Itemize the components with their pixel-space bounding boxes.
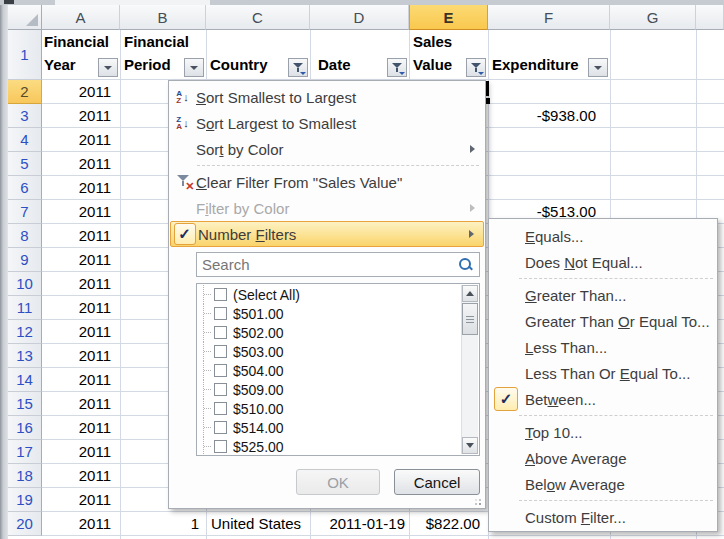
filter-button-financial-period[interactable] [184,58,204,77]
row-header[interactable]: 2 [8,80,42,104]
value-checkbox[interactable] [214,288,227,301]
row-header[interactable]: 13 [8,344,42,368]
filter-button-sales-value-active[interactable] [466,58,486,77]
scroll-down-button[interactable] [462,437,478,454]
cell-year[interactable]: 2011 [42,176,120,200]
column-header-F[interactable]: F [488,5,610,30]
cancel-button[interactable]: Cancel [394,469,480,495]
cell-year[interactable]: 2011 [42,296,120,320]
row-header[interactable]: 4 [8,128,42,152]
submenu-item-top-10[interactable]: Top 10... [489,419,717,445]
cell-year[interactable]: 2011 [42,128,120,152]
column-header-C[interactable]: C [206,5,310,30]
column-header-B[interactable]: B [120,5,206,30]
submenu-item-less-than[interactable]: Less Than... [489,334,717,360]
cell-year[interactable]: 2011 [42,368,120,392]
cell-year[interactable]: 2011 [42,200,120,224]
row-header[interactable]: 19 [8,488,42,512]
scroll-up-button[interactable] [462,285,478,302]
cell-year[interactable]: 2011 [42,464,120,488]
scrollbar-thumb[interactable] [462,303,478,335]
cell-year[interactable]: 2011 [42,512,120,536]
search-input[interactable] [197,256,458,273]
menu-item-clear-filter[interactable]: ✕ Clear Filter From "Sales Value" [169,169,485,195]
submenu-item-greater-than-or-equal[interactable]: Greater Than Or Equal To... [489,308,717,334]
value-checkbox[interactable] [214,402,227,415]
row-header[interactable]: 7 [8,200,42,224]
header-financial-period[interactable]: Financial Period [124,30,184,79]
submenu-item-custom-filter[interactable]: Custom Filter... [489,504,717,530]
value-checkbox[interactable] [214,307,227,320]
value-checkbox[interactable] [214,383,227,396]
filter-value-item[interactable]: $514.00 [199,418,460,437]
row-header[interactable]: 8 [8,224,42,248]
row-header[interactable]: 16 [8,416,42,440]
value-checkbox[interactable] [214,326,227,339]
filter-value-item[interactable]: $503.00 [199,342,460,361]
row-header[interactable]: 3 [8,104,42,128]
cell-year[interactable]: 2011 [42,152,120,176]
column-header-D[interactable]: D [310,5,409,30]
cell-c20[interactable]: United States [208,512,312,536]
column-header-E-selected[interactable]: E [409,5,488,30]
cell-year[interactable]: 2011 [42,272,120,296]
cell-f3[interactable]: -$938.00 [488,104,606,128]
filter-button-date-active[interactable] [387,58,407,77]
menu-item-sort-smallest-to-largest[interactable]: AZ ↓ Sort Smallest to Largest [169,84,485,110]
filter-value-item[interactable]: $501.00 [199,304,460,323]
submenu-item-less-than-or-equal[interactable]: Less Than Or Equal To... [489,360,717,386]
ok-button[interactable]: OK [296,469,380,495]
list-scrollbar[interactable] [461,285,478,454]
filter-value-item[interactable]: $510.00 [199,399,460,418]
row-header[interactable]: 14 [8,368,42,392]
row-header[interactable]: 12 [8,320,42,344]
value-checkbox[interactable] [214,364,227,377]
cell-d20[interactable]: 2011-01-19 [312,512,408,536]
submenu-item-does-not-equal[interactable]: Does Not Equal... [489,249,717,275]
submenu-item-between-checked[interactable]: ✓ Between... [489,386,717,412]
cell-year[interactable]: 2011 [42,392,120,416]
select-all-corner[interactable] [8,5,42,30]
filter-value-item[interactable]: $502.00 [199,323,460,342]
menu-item-number-filters[interactable]: ✓ Number Filters [170,221,484,247]
filter-value-item[interactable]: $504.00 [199,361,460,380]
filter-button-country-active[interactable] [288,58,308,77]
cell-year[interactable]: 2011 [42,344,120,368]
column-header-A[interactable]: A [42,5,120,30]
cell-year[interactable]: 2011 [42,440,120,464]
submenu-item-greater-than[interactable]: Greater Than... [489,282,717,308]
submenu-item-above-average[interactable]: Above Average [489,445,717,471]
value-checkbox[interactable] [214,440,227,453]
row-header[interactable]: 5 [8,152,42,176]
row-header[interactable]: 10 [8,272,42,296]
cell-year[interactable]: 2011 [42,248,120,272]
row-header[interactable]: 18 [8,464,42,488]
row-header[interactable]: 11 [8,296,42,320]
cell-year[interactable]: 2011 [42,320,120,344]
row-header-1[interactable]: 1 [8,30,42,80]
cell-b20[interactable]: 1 [120,512,204,536]
submenu-item-below-average[interactable]: Below Average [489,471,717,497]
value-checkbox[interactable] [214,345,227,358]
cell-year[interactable]: 2011 [42,416,120,440]
cell-year[interactable]: 2011 [42,104,120,128]
row-header[interactable]: 9 [8,248,42,272]
column-header-G[interactable]: G [610,5,696,30]
row-header[interactable]: 15 [8,392,42,416]
menu-item-filter-by-color[interactable]: Filter by Color [169,195,485,221]
header-sales-value[interactable]: Sales Value [413,30,463,79]
filter-value-item[interactable]: $525.00 [199,437,460,455]
resize-grip[interactable] [469,493,481,505]
submenu-item-equals[interactable]: Equals... [489,223,717,249]
cell-e20[interactable]: $822.00 [409,512,486,536]
value-checkbox[interactable] [214,421,227,434]
header-country[interactable]: Country [210,30,290,79]
cell-year[interactable]: 2011 [42,488,120,512]
menu-item-sort-largest-to-smallest[interactable]: ZA ↓ Sort Largest to Smallest [169,110,485,136]
row-header[interactable]: 17 [8,440,42,464]
filter-button-expenditure[interactable] [588,58,608,77]
cell-year[interactable]: 2011 [42,224,120,248]
cell-year[interactable]: 2011 [42,80,120,104]
header-expenditure[interactable]: Expenditure [492,30,587,79]
menu-item-sort-by-color[interactable]: Sort by Color [169,136,485,162]
